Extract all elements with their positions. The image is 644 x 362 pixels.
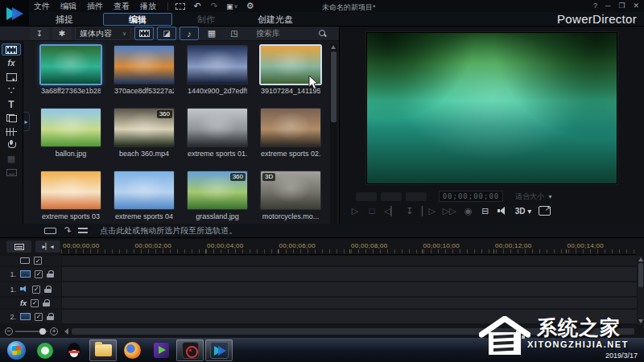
effect-room[interactable] <box>2 57 21 69</box>
select-tool-icon[interactable] <box>175 3 185 10</box>
filter-video-button[interactable] <box>134 27 154 40</box>
zoom-slider-handle[interactable] <box>39 328 46 335</box>
stop-button[interactable]: □ <box>367 206 377 216</box>
minimize-button[interactable]: ─ <box>605 2 610 10</box>
search-icon[interactable] <box>318 29 327 38</box>
media-item[interactable]: 360beach 360.mp4 <box>114 109 175 171</box>
pip-objects-room[interactable] <box>2 71 21 83</box>
redo-icon[interactable] <box>209 2 219 11</box>
fast-forward-button[interactable]: ▷▷ <box>443 206 456 216</box>
media-item[interactable]: extreme sports 01... <box>188 109 249 171</box>
lock-icon[interactable] <box>43 299 50 307</box>
track-header[interactable]: 2. <box>0 310 61 323</box>
timeline-hint-bar[interactable]: ↷ 点击此处或拖动所选片段至所选轨道。 <box>0 224 644 238</box>
track-enable-checkbox[interactable] <box>35 313 43 321</box>
track-lane[interactable] <box>62 298 637 308</box>
3d-button[interactable]: 3D ▾ <box>515 207 532 216</box>
preview-video[interactable] <box>366 32 617 184</box>
library-plugin-button[interactable] <box>52 27 72 40</box>
undock-button[interactable] <box>539 206 551 216</box>
undo-icon[interactable] <box>192 2 202 11</box>
timeline-ruler[interactable]: 00;00;00;0000;00;02;0000;00;04;0000;00;0… <box>61 240 636 255</box>
taskbar-qq[interactable] <box>60 339 88 361</box>
zoom-slider[interactable] <box>15 331 47 332</box>
track-header[interactable] <box>0 256 61 265</box>
tab-edit[interactable]: 编辑 <box>103 13 172 26</box>
scroll-up-icon[interactable] <box>331 45 336 49</box>
media-item[interactable]: extreme sports 02... <box>261 109 322 171</box>
taskbar-media-player[interactable] <box>147 339 175 361</box>
taskbar-browser-360[interactable] <box>31 339 59 361</box>
track-enable-checkbox[interactable] <box>35 270 43 278</box>
media-item[interactable]: 3a68ff27363e1b28... <box>41 46 102 109</box>
chapter-room[interactable] <box>2 153 21 165</box>
track-lane[interactable] <box>62 282 637 296</box>
lock-icon[interactable] <box>47 313 54 321</box>
taskbar-screen-recorder[interactable] <box>176 339 204 361</box>
filter-music-button[interactable] <box>180 27 199 40</box>
media-item[interactable]: ballon.jpg <box>41 109 102 171</box>
track-header[interactable]: 1. <box>0 267 61 281</box>
play-button[interactable]: ▷ <box>350 206 360 216</box>
fit-size-dropdown[interactable]: 适合大小 ▼ <box>515 191 553 202</box>
track-header[interactable]: 1. <box>0 282 61 296</box>
tab-capture[interactable]: 捕捉 <box>48 13 80 26</box>
preview-mode-button[interactable] <box>406 192 427 201</box>
preview-timecode[interactable]: 00;00;00;00 <box>439 191 503 202</box>
transition-room[interactable] <box>2 112 21 124</box>
menu-item[interactable]: 编辑 <box>60 1 76 12</box>
snapshot-button[interactable]: ◉ <box>464 206 473 216</box>
zoom-out-button[interactable]: − <box>5 327 13 335</box>
media-item[interactable]: 370ace8df53227a2... <box>114 46 175 109</box>
step-backward-button[interactable]: ◁▏ <box>384 206 398 216</box>
workspace-layout-icon[interactable] <box>226 2 238 11</box>
taskbar-start[interactable] <box>2 339 30 361</box>
tab-create-disc[interactable]: 创建光盘 <box>253 13 298 26</box>
track-manager-button[interactable] <box>6 241 31 253</box>
filter-photo-button[interactable] <box>157 27 176 40</box>
track-enable-checkbox[interactable] <box>34 257 42 265</box>
track-enable-checkbox[interactable] <box>32 286 40 294</box>
tab-produce[interactable]: 制作 <box>192 13 221 26</box>
preview-quality-button[interactable]: ⊟ <box>481 206 490 216</box>
seek-start-button[interactable]: ↧ <box>405 206 415 216</box>
track-header[interactable] <box>0 298 61 308</box>
taskbar-explorer[interactable] <box>89 339 117 361</box>
detail-view-button[interactable] <box>225 27 244 40</box>
scrollbar-thumb[interactable] <box>638 263 643 287</box>
menu-item[interactable]: 播放 <box>140 1 156 12</box>
track-lane[interactable] <box>62 256 637 265</box>
rail-collapse-handle[interactable]: ▸ <box>23 112 30 131</box>
taskbar-powerdirector[interactable] <box>205 339 233 361</box>
gear-icon[interactable] <box>246 2 255 11</box>
menu-item[interactable]: 查看 <box>114 1 130 12</box>
lock-icon[interactable] <box>44 286 52 294</box>
audio-mixing-room[interactable] <box>2 125 21 138</box>
snap-button[interactable]: ▸▏◂ <box>35 241 60 253</box>
menu-item[interactable]: 插件 <box>87 1 103 12</box>
close-button[interactable]: ✕ <box>633 2 639 10</box>
menu-item[interactable]: 文件 <box>34 1 50 12</box>
preview-mode-button[interactable] <box>356 192 377 201</box>
particle-room[interactable] <box>2 84 21 97</box>
step-forward-button[interactable]: ▏▷ <box>422 206 436 216</box>
media-item[interactable]: 1440x900_2d7edf9... <box>188 46 249 109</box>
scroll-left-icon[interactable] <box>64 328 68 335</box>
search-input[interactable]: 搜索库 <box>250 27 332 40</box>
track-enable-checkbox[interactable] <box>31 299 39 307</box>
subtitle-room[interactable] <box>2 167 21 179</box>
library-scrollbar[interactable] <box>330 43 337 232</box>
help-button[interactable]: ? <box>593 2 597 10</box>
maximize-button[interactable]: ❐ <box>618 2 625 10</box>
lock-icon[interactable] <box>47 270 54 278</box>
taskbar-firefox[interactable] <box>118 339 146 361</box>
title-room[interactable] <box>2 98 21 110</box>
import-media-button[interactable] <box>30 27 49 40</box>
preview-mode-button[interactable] <box>381 192 402 201</box>
volume-button[interactable] <box>497 206 508 216</box>
scrollbar-thumb[interactable] <box>331 51 336 122</box>
scroll-up-icon[interactable] <box>638 257 643 261</box>
zoom-in-button[interactable]: + <box>50 327 58 335</box>
track-lane[interactable] <box>62 267 637 281</box>
voiceover-room[interactable] <box>2 139 21 151</box>
